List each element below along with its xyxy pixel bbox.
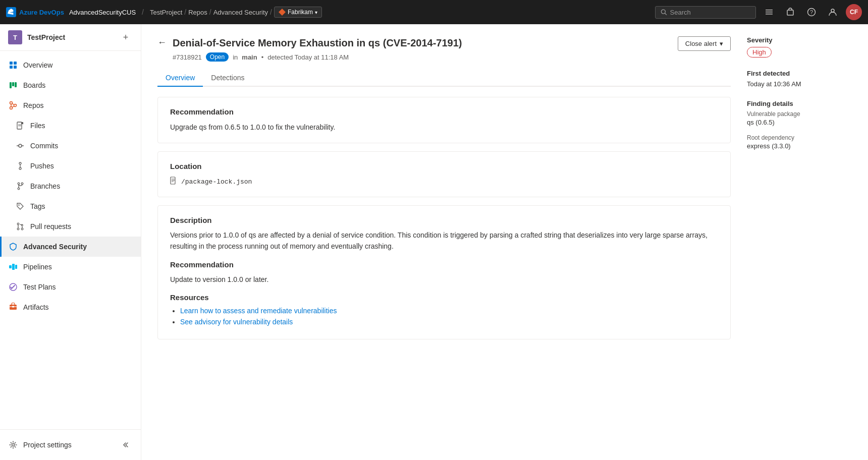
tab-overview[interactable]: Overview — [157, 70, 203, 87]
resources-list: Learn how to assess and remediate vulner… — [170, 307, 718, 326]
finding-details-section: Finding details Vulnerable package qs (0… — [747, 100, 852, 150]
svg-point-32 — [19, 162, 21, 164]
file-item: /package-lock.json — [170, 177, 718, 187]
topbar-right: ? CF — [655, 4, 862, 20]
svg-rect-25 — [21, 122, 23, 124]
test-plans-icon — [8, 282, 18, 292]
alert-id: #7318921 — [173, 53, 202, 61]
topbar-org[interactable]: AdvancedSecurityCUS — [69, 9, 136, 16]
topbar: Azure DevOps AdvancedSecurityCUS / TestP… — [0, 0, 868, 24]
sidebar-item-advanced-security-label: Advanced Security — [23, 243, 87, 251]
breadcrumb-repos[interactable]: Repos — [188, 9, 207, 16]
first-detected-value: Today at 10:36 AM — [747, 80, 852, 88]
alert-meta: #7318921 Open in main • detected Today a… — [173, 52, 678, 62]
severity-value: High — [747, 47, 772, 58]
alert-detected-text: detected Today at 11:18 AM — [267, 53, 349, 61]
topbar-brand-label[interactable]: Azure DevOps — [19, 9, 64, 16]
sidebar-nav: Overview Boards — [0, 51, 141, 429]
close-alert-button[interactable]: Close alert ▾ — [678, 36, 731, 51]
sidebar-item-advanced-security[interactable]: Advanced Security — [0, 237, 141, 257]
first-detected-label: First detected — [747, 70, 852, 77]
breadcrumb: TestProject / Repos / Advanced Security … — [150, 7, 322, 18]
add-project-button[interactable]: + — [119, 30, 133, 44]
alert-title-block: Denial-of-Service Memory Exhaustion in q… — [173, 36, 678, 62]
svg-point-17 — [10, 102, 13, 104]
svg-point-40 — [17, 223, 19, 225]
tab-detections[interactable]: Detections — [203, 70, 252, 87]
sidebar-item-project-settings[interactable]: Project settings — [0, 434, 141, 456]
sidebar-item-overview[interactable]: Overview — [0, 55, 141, 75]
search-input[interactable] — [670, 9, 750, 16]
fabrikam-chevron: ▾ — [315, 10, 317, 15]
sidebar-item-overview-label: Overview — [23, 61, 52, 69]
list-item: Learn how to assess and remediate vulner… — [180, 307, 718, 315]
sidebar-item-branches[interactable]: Branches — [0, 176, 141, 196]
project-settings-label: Project settings — [23, 441, 72, 449]
resource-link-2[interactable]: See advisory for vulnerability details — [180, 318, 718, 326]
sidebar-item-test-plans[interactable]: Test Plans — [0, 277, 141, 297]
location-card: Location /package-lock.json — [157, 151, 731, 197]
resources-heading: Resources — [170, 293, 718, 302]
svg-text:?: ? — [810, 9, 813, 15]
artifacts-icon — [8, 302, 18, 312]
sidebar-item-commits[interactable]: Commits — [0, 136, 141, 156]
sidebar-item-boards[interactable]: Boards — [0, 75, 141, 95]
close-alert-chevron: ▾ — [720, 40, 723, 47]
breadcrumb-advanced-security[interactable]: Advanced Security — [213, 9, 268, 16]
svg-point-28 — [19, 144, 22, 147]
sidebar-item-pull-requests[interactable]: Pull requests — [0, 216, 141, 237]
azure-devops-logo[interactable]: Azure DevOps — [6, 7, 65, 17]
sidebar-item-pipelines[interactable]: Pipelines — [0, 257, 141, 277]
alert-title: Denial-of-Service Memory Exhaustion in q… — [173, 36, 678, 49]
svg-rect-3 — [766, 10, 773, 11]
sidebar-item-test-plans-label: Test Plans — [23, 283, 56, 291]
shop-icon[interactable] — [782, 4, 798, 20]
collapse-sidebar-button[interactable] — [121, 439, 133, 451]
sidebar-footer: Project settings — [0, 429, 141, 460]
breadcrumb-sep-4: / — [270, 8, 272, 16]
sidebar-item-boards-label: Boards — [23, 81, 45, 89]
svg-rect-14 — [10, 82, 12, 88]
content-area: ← Denial-of-Service Memory Exhaustion in… — [141, 24, 868, 460]
svg-rect-15 — [12, 82, 14, 86]
svg-rect-5 — [766, 14, 773, 15]
breadcrumb-sep-2: / — [184, 8, 186, 16]
help-icon[interactable]: ? — [803, 4, 820, 20]
sidebar-item-tags[interactable]: Tags — [0, 196, 141, 216]
tags-icon — [15, 201, 25, 211]
sidebar-item-pull-requests-label: Pull requests — [30, 222, 71, 231]
severity-section: Severity High — [747, 36, 852, 58]
sidebar-item-pipelines-label: Pipelines — [23, 263, 52, 271]
avatar[interactable]: CF — [846, 4, 862, 20]
alert-detail: ← Denial-of-Service Memory Exhaustion in… — [141, 24, 868, 460]
svg-rect-10 — [10, 62, 13, 65]
list-icon[interactable] — [761, 4, 777, 20]
svg-line-2 — [665, 13, 667, 15]
boards-icon — [8, 80, 18, 90]
breadcrumb-testproject[interactable]: TestProject — [150, 9, 182, 16]
alert-main: ← Denial-of-Service Memory Exhaustion in… — [157, 36, 731, 448]
svg-rect-4 — [766, 12, 773, 13]
sidebar: T TestProject + Overview — [0, 24, 141, 460]
back-button[interactable]: ← — [157, 37, 167, 48]
overview-icon — [8, 60, 18, 70]
sidebar-item-pushes[interactable]: Pushes — [0, 156, 141, 176]
fabrikam-icon — [279, 9, 286, 16]
search-box[interactable] — [655, 6, 756, 19]
sidebar-item-files-label: Files — [30, 122, 45, 130]
alert-header: ← Denial-of-Service Memory Exhaustion in… — [157, 36, 731, 62]
sidebar-item-repos[interactable]: Repos — [0, 95, 141, 116]
fabrikam-badge[interactable]: Fabrikam ▾ — [274, 7, 322, 18]
description-heading: Description — [170, 216, 718, 224]
svg-rect-45 — [15, 265, 17, 269]
inner-recommendation-text: Update to version 1.0.0 or later. — [170, 274, 718, 285]
svg-rect-43 — [9, 265, 12, 268]
svg-point-38 — [18, 204, 19, 205]
sidebar-item-files[interactable]: Files — [0, 116, 141, 136]
svg-line-22 — [12, 106, 14, 107]
sidebar-item-artifacts[interactable]: Artifacts — [0, 297, 141, 317]
user-icon[interactable] — [825, 4, 841, 20]
sidebar-item-branches-label: Branches — [30, 182, 60, 190]
vulnerable-package-label: Vulnerable package — [747, 110, 852, 118]
resource-link-1[interactable]: Learn how to assess and remediate vulner… — [180, 307, 718, 315]
